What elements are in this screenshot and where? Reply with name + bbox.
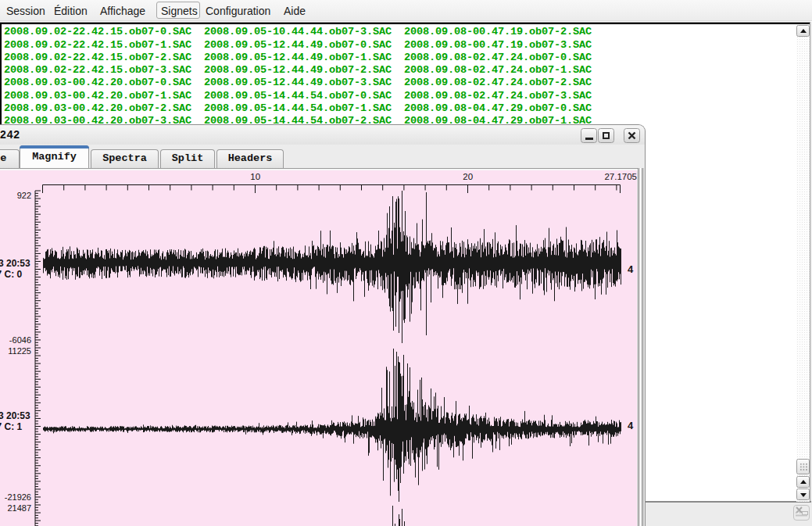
svg-text:4: 4 <box>628 263 634 275</box>
svg-text:-6046: -6046 <box>9 335 31 345</box>
svg-text:4: 4 <box>628 420 634 431</box>
svg-text:27.1705: 27.1705 <box>604 172 637 181</box>
svg-text:10: 10 <box>250 172 260 181</box>
svg-text:3 20:53: 3 20:53 <box>0 258 30 269</box>
svg-text:11225: 11225 <box>8 346 31 356</box>
svg-text:3 20:53: 3 20:53 <box>0 410 30 421</box>
svg-text:20: 20 <box>463 172 473 181</box>
svg-text:7 C: 1: 7 C: 1 <box>0 421 23 432</box>
svg-text:7 C: 0: 7 C: 0 <box>0 269 23 280</box>
svg-text:-21926: -21926 <box>5 492 31 502</box>
svg-text:21487: 21487 <box>7 503 31 513</box>
svg-text:922: 922 <box>17 191 31 200</box>
